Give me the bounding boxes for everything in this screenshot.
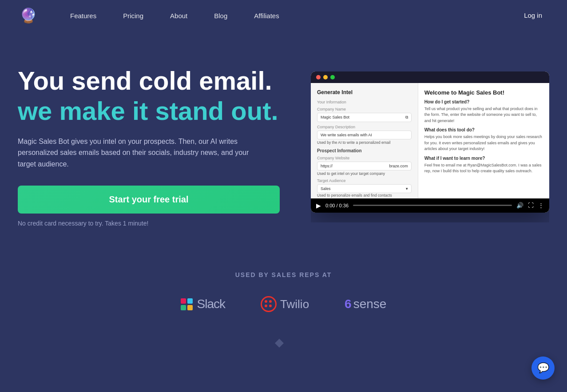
company-desc-input[interactable]: We write sales emails with AI [317,131,412,139]
volume-button[interactable]: 🔊 [516,202,523,209]
company-website-note: Used to get intel on your target company [317,171,412,176]
nav-pricing[interactable]: Pricing [110,0,157,31]
twilio-name: Twilio [280,297,309,311]
video-top-bar [311,71,549,83]
window-minimize-dot [323,75,328,79]
slack-dot-3 [181,305,186,310]
twilio-dot-2 [269,300,272,303]
company-name-value: Magic Sales Bot [321,115,349,119]
used-by-title: USED BY SALES REPS AT [18,271,549,278]
sixsense-logo: 6 sense [345,297,386,311]
target-audience-select[interactable]: Sales ▾ [317,184,412,193]
twilio-dot-3 [265,305,267,307]
more-options-button[interactable]: ⋮ [538,202,544,209]
hero-description: Magic Sales Bot gives you intel on your … [18,136,266,170]
logo[interactable]: 🔮 [18,5,39,26]
progress-bar[interactable] [353,205,512,206]
play-button[interactable]: ▶ [316,202,321,209]
chat-icon: 💬 [537,362,549,374]
company-desc-value: We write sales emails with AI [321,133,372,137]
left-panel-title: Generate Intel [317,89,412,95]
window-maximize-dot [330,75,335,79]
logo-icon: 🔮 [18,5,39,26]
right-greeting: Welcome to Magic Sales Bot! [424,89,543,96]
hero-section: You send cold email. we make it stand ou… [0,31,567,253]
chevron-down-icon: ▾ [406,186,408,191]
nav-features[interactable]: Features [57,0,110,31]
slack-logo: Slack [181,297,225,311]
company-website-label: Company Website [317,156,412,160]
twilio-logo: Twilio [261,296,309,312]
right-a1: Tell us what product you're selling and … [424,106,543,124]
video-time: 0:00 / 0:36 [325,203,349,208]
company-website-url: https:// [321,164,333,168]
slack-icon [181,298,193,310]
nav-links: Features Pricing About Blog Affiliates [57,0,517,31]
right-a2: Helps you book more sales meetings by do… [424,134,543,152]
sixsense-number: 6 [345,297,352,311]
logos-row: Slack Twilio 6 sense [18,296,549,312]
right-a3: Feel free to email me at Ryan@MagicSales… [424,162,543,174]
hero-video: Generate Intel Your Information Company … [311,71,549,222]
nav-affiliates[interactable]: Affiliates [241,0,292,31]
used-by-section: USED BY SALES REPS AT Slack Twili [0,253,567,325]
window-close-dot [316,75,321,79]
twilio-icon [261,296,277,312]
company-name-input[interactable]: Magic Sales Bot ⧉ [317,113,412,122]
chat-bubble[interactable]: 💬 [531,356,555,380]
partial-logos-row [0,325,567,356]
company-website-input[interactable]: https:// braze.com [317,162,412,170]
navbar: 🔮 Features Pricing About Blog Affiliates… [0,0,567,31]
video-split: Generate Intel Your Information Company … [311,83,549,198]
navbar-right: Log in [517,12,549,20]
login-link[interactable]: Log in [517,8,549,23]
sixsense-name: sense [353,297,387,311]
slack-name: Slack [197,297,225,311]
your-info-label: Your Information [317,100,412,104]
target-audience-note: Used to personalize emails and find cont… [317,193,412,198]
company-name-label: Company Name [317,107,412,111]
right-q1: How do I get started? [424,99,543,104]
video-left-panel: Generate Intel Your Information Company … [311,83,418,198]
slack-dot-1 [181,298,186,304]
twilio-dots [265,300,273,308]
target-audience-value: Sales [321,186,331,191]
slack-dot-2 [187,298,193,304]
no-credit-label: No credit card necessary to try. Takes 1… [18,220,293,227]
cta-button[interactable]: Start your free trial [18,186,280,214]
hero-title-line2: we make it stand out. [18,97,293,125]
prospect-info-label: Prospect Information [317,148,412,153]
company-desc-note: Used by the AI to write a personalized e… [317,140,412,145]
video-controls: ▶ 0:00 / 0:36 🔊 ⛶ ⋮ [311,198,549,213]
target-audience-label: Target Audience [317,178,412,183]
copy-icon: ⧉ [405,115,408,120]
company-website-value: braze.com [389,164,408,168]
right-q2: What does this tool do? [424,127,543,132]
video-container: Generate Intel Your Information Company … [311,71,549,213]
right-q3: What if I want to learn more? [424,156,543,161]
hero-title-line1: You send cold email. [18,67,293,95]
fullscreen-button[interactable]: ⛶ [528,202,534,209]
video-right-panel: Welcome to Magic Sales Bot! How do I get… [418,83,549,198]
hero-content: You send cold email. we make it stand ou… [18,67,293,227]
partial-logo-1-icon [270,334,297,352]
partial-logo-1 [270,334,297,352]
slack-dot-4 [187,305,193,310]
company-desc-label: Company Description [317,125,412,129]
twilio-dot-4 [269,305,272,307]
nav-about[interactable]: About [157,0,201,31]
nav-blog[interactable]: Blog [201,0,241,31]
twilio-dot-1 [265,300,267,303]
